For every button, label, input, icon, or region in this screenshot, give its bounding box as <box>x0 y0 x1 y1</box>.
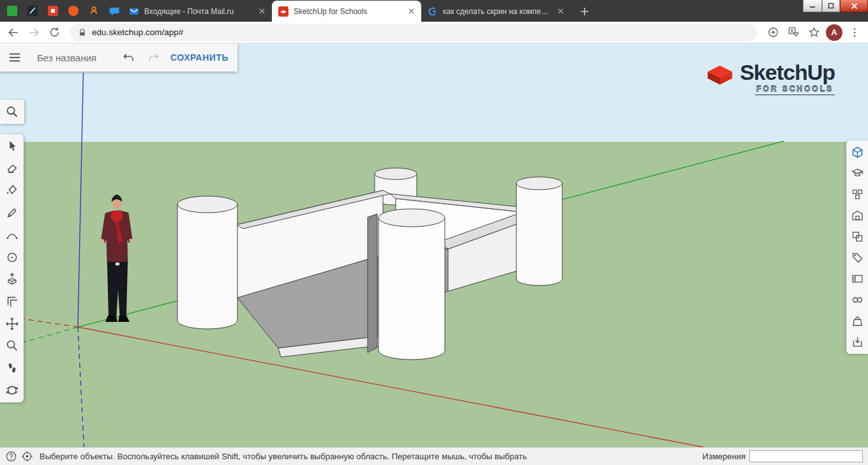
tab-close-icon[interactable] <box>406 6 416 17</box>
panel-instructor-button[interactable] <box>846 165 868 181</box>
address-bar[interactable]: edu.sketchup.com/app# <box>70 24 757 42</box>
back-icon <box>7 26 20 39</box>
search-icon <box>5 105 19 119</box>
panel-scenes-button[interactable] <box>846 271 868 287</box>
close-icon <box>851 3 858 10</box>
pencil-icon <box>5 206 19 220</box>
model-canvas[interactable] <box>0 43 868 447</box>
forward-button[interactable] <box>26 24 42 41</box>
move-icon <box>5 317 19 331</box>
tab-google-search[interactable]: как сделать скрин на компе - П <box>421 1 571 22</box>
geolocation-button[interactable] <box>21 450 33 462</box>
browser-navbar: edu.sketchup.com/app# A <box>0 22 868 43</box>
minimize-icon <box>809 3 816 9</box>
back-button[interactable] <box>5 24 22 41</box>
status-bar: Выберите объекты. Воспользуйтесь клавише… <box>0 447 868 465</box>
tab-close-icon[interactable] <box>555 6 565 17</box>
kebab-menu-icon <box>849 27 860 38</box>
tool-eraser-button[interactable] <box>0 160 24 177</box>
profile-avatar[interactable]: A <box>826 24 842 41</box>
zoom-button[interactable] <box>765 24 781 41</box>
materials-bag-icon <box>851 314 864 328</box>
main-menu-button[interactable] <box>6 49 23 66</box>
redo-button[interactable] <box>146 50 161 66</box>
tab-title: SketchUp for Schools <box>294 7 401 16</box>
tab-title: Входящие - Почта Mail.ru <box>144 7 251 16</box>
menu-button[interactable] <box>846 24 863 41</box>
paint-app-icon[interactable] <box>27 5 38 17</box>
tool-walk-button[interactable] <box>0 360 24 376</box>
components-icon <box>851 188 864 201</box>
panel-materials-button[interactable] <box>846 313 868 329</box>
red-app-icon[interactable] <box>47 5 59 17</box>
ok-person-icon[interactable] <box>88 5 100 17</box>
search-tools-button[interactable] <box>0 100 24 124</box>
panel-display-button[interactable] <box>846 292 868 308</box>
measurements-label: Измерения <box>703 452 745 461</box>
window-controls <box>803 0 868 12</box>
tool-push-pull-button[interactable] <box>0 271 24 287</box>
left-toolbar <box>0 134 24 402</box>
undo-icon <box>122 51 135 65</box>
panel-styles-button[interactable] <box>846 229 868 245</box>
star-icon <box>808 26 820 38</box>
reload-icon <box>49 26 61 38</box>
mail-icon <box>129 6 139 17</box>
panel-components-button[interactable] <box>846 187 868 202</box>
help-icon <box>5 450 17 462</box>
undo-button[interactable] <box>121 50 137 66</box>
binoculars-icon <box>851 293 864 307</box>
maximize-button[interactable] <box>822 0 840 12</box>
warehouse-icon <box>851 209 864 222</box>
hamburger-icon <box>8 50 22 65</box>
tab-strip: Входящие - Почта Mail.ru SketchUp for Sc… <box>0 0 868 22</box>
translate-button[interactable] <box>785 24 802 41</box>
tool-zoom-button[interactable] <box>0 337 24 354</box>
logo-tagline: FOR SCHOOLS <box>755 84 835 95</box>
tool-shapes-button[interactable] <box>0 249 24 266</box>
translate-icon <box>788 26 800 38</box>
panel-export-button[interactable] <box>846 334 868 350</box>
tool-paint-bucket-button[interactable] <box>0 182 24 199</box>
tool-arc-button[interactable] <box>0 227 24 243</box>
lock-icon[interactable] <box>78 28 87 37</box>
sketchup-logo: SketchUp FOR SCHOOLS <box>705 61 835 95</box>
castle-model[interactable] <box>177 168 562 360</box>
orange-app-icon[interactable] <box>68 5 79 17</box>
logo-name: SketchUp <box>740 61 835 83</box>
tab-close-icon[interactable] <box>257 6 267 17</box>
tool-move-button[interactable] <box>0 316 24 332</box>
close-button[interactable] <box>840 0 868 12</box>
maximize-icon <box>828 3 834 9</box>
blue-chat-icon[interactable] <box>108 5 120 17</box>
zoom-plus-icon <box>767 26 779 38</box>
help-button[interactable] <box>5 450 17 462</box>
panel-tags-button[interactable] <box>846 250 868 266</box>
tab-sketchup[interactable]: SketchUp for Schools <box>272 1 421 22</box>
green-app-icon[interactable] <box>6 5 18 17</box>
tool-pencil-button[interactable] <box>0 204 24 221</box>
address-url[interactable]: edu.sketchup.com/app# <box>92 27 183 37</box>
forward-icon <box>27 26 40 39</box>
reload-button[interactable] <box>46 24 63 41</box>
tags-icon <box>851 251 864 264</box>
panel-entity-info-button[interactable] <box>846 144 868 160</box>
eraser-icon <box>5 162 19 176</box>
right-toolbar <box>846 141 868 354</box>
minimize-button[interactable] <box>803 0 822 12</box>
new-tab-button[interactable] <box>576 3 594 20</box>
person-figure[interactable] <box>101 195 132 323</box>
sketchup-topbar: Без названия СОХРАНИТЬ <box>0 43 237 72</box>
tool-select-button[interactable] <box>0 138 24 155</box>
measurements-input[interactable] <box>749 450 863 462</box>
panel-3d-warehouse-button[interactable] <box>846 208 868 224</box>
styles-icon <box>851 230 864 243</box>
tool-offset-button[interactable] <box>0 293 24 310</box>
tool-orbit-button[interactable] <box>0 382 24 399</box>
bookmark-button[interactable] <box>805 24 822 41</box>
tab-title: как сделать скрин на компе - П <box>443 7 550 16</box>
select-icon <box>5 139 19 153</box>
tab-mail[interactable]: Входящие - Почта Mail.ru <box>123 1 272 22</box>
sketchup-icon <box>278 6 288 17</box>
save-button[interactable]: СОХРАНИТЬ <box>170 52 228 63</box>
